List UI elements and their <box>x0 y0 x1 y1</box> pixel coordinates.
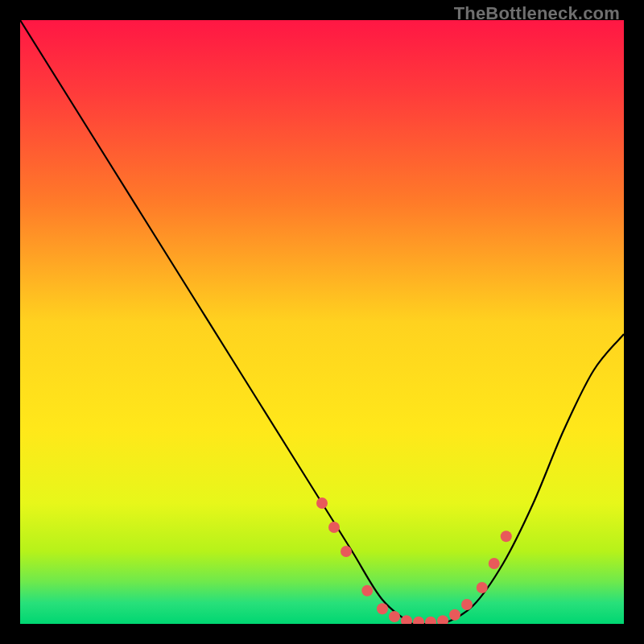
highlight-dot <box>477 582 488 593</box>
highlight-dot <box>461 599 473 610</box>
highlight-dot <box>449 609 460 621</box>
highlight-dots-group <box>316 497 512 624</box>
highlight-dot <box>413 617 424 624</box>
highlight-dot <box>316 497 328 509</box>
highlight-dot <box>328 522 340 533</box>
highlight-dot <box>401 615 412 624</box>
highlight-dot <box>425 617 436 624</box>
bottleneck-curve <box>20 20 624 624</box>
highlight-dot <box>489 558 500 569</box>
highlight-dot <box>437 615 448 624</box>
chart-svg <box>20 20 624 624</box>
highlight-dot <box>361 585 373 597</box>
highlight-dot <box>501 530 512 542</box>
chart-stage: TheBottleneck.com <box>0 0 644 644</box>
highlight-dot <box>377 603 388 614</box>
highlight-dot <box>341 546 352 557</box>
highlight-dot <box>389 611 400 622</box>
plot-area <box>20 20 624 624</box>
